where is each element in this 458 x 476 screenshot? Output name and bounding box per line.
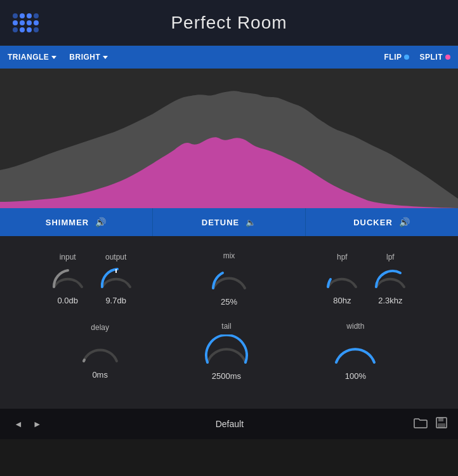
hpf-knob[interactable]: [323, 265, 361, 289]
delay-label: delay: [91, 323, 109, 332]
hpf-label: hpf: [337, 253, 348, 261]
input-value: 0.0db: [57, 296, 78, 305]
output-label: output: [105, 253, 126, 261]
spectrum-display: [0, 69, 458, 208]
section-tabs: SHIMMER 🔊 DETUNE 🔈 DUCKER 🔊: [0, 208, 458, 236]
width-knob-group: width 100%: [330, 322, 381, 381]
input-label: input: [60, 253, 76, 261]
flip-button[interactable]: FLIP: [384, 53, 409, 62]
lpf-knob[interactable]: [371, 265, 409, 289]
footer: ◄ ► Default: [0, 409, 458, 439]
lpf-value: 2.3khz: [378, 296, 402, 305]
input-output-group: input 0.0db output 9.7db: [49, 253, 135, 305]
tail-value: 2500ms: [212, 371, 241, 381]
output-knob-group: output 9.7db: [97, 253, 135, 305]
controls-row-1: input 0.0db output 9.7db mix: [13, 251, 445, 307]
header: Perfect Room: [0, 0, 458, 46]
ducker-label: DUCKER: [353, 218, 393, 227]
tail-label: tail: [221, 322, 231, 331]
detune-tab[interactable]: DETUNE 🔈: [153, 208, 306, 236]
lpf-knob-group: lpf 2.3khz: [371, 253, 409, 305]
footer-nav: ◄ ►: [10, 416, 46, 432]
tail-knob[interactable]: [201, 334, 252, 365]
detune-label: DETUNE: [202, 218, 239, 227]
mix-knob[interactable]: [207, 264, 251, 291]
filter-group: hpf 80hz lpf 2.3khz: [323, 253, 409, 305]
triangle-dropdown-icon: [51, 56, 56, 59]
prev-preset-button[interactable]: ◄: [10, 416, 27, 432]
delay-knob[interactable]: [77, 336, 123, 364]
shimmer-tab[interactable]: SHIMMER 🔊: [0, 208, 153, 236]
next-preset-button[interactable]: ►: [29, 416, 46, 432]
delay-value: 0ms: [92, 370, 108, 380]
bright-preset-button[interactable]: BRIGHT: [69, 53, 108, 62]
flip-indicator: [404, 55, 409, 60]
width-label: width: [346, 322, 364, 331]
split-indicator: [445, 55, 450, 60]
logo: [13, 13, 39, 32]
ducker-tab[interactable]: DUCKER 🔊: [306, 208, 458, 236]
split-button[interactable]: SPLIT: [419, 53, 450, 62]
app-title: Perfect Room: [171, 13, 287, 33]
preset-name: Default: [46, 419, 414, 429]
toolbar: TRIANGLE BRIGHT FLIP SPLIT: [0, 46, 458, 69]
shimmer-speaker-icon: 🔊: [95, 217, 107, 227]
delay-knob-group: delay 0ms: [77, 323, 123, 380]
hpf-value: 80hz: [333, 296, 351, 305]
lpf-label: lpf: [386, 253, 395, 261]
width-value: 100%: [345, 371, 366, 381]
svg-rect-2: [438, 418, 443, 421]
controls-area: input 0.0db output 9.7db mix: [0, 236, 458, 409]
input-knob[interactable]: [49, 265, 87, 289]
ducker-speaker-icon: 🔊: [399, 217, 410, 227]
visualization-area: [0, 69, 458, 208]
svg-rect-3: [438, 423, 445, 428]
controls-row-2: delay 0ms tail 2500ms width 100%: [13, 322, 445, 381]
toolbar-right: FLIP SPLIT: [384, 53, 450, 62]
output-knob[interactable]: [97, 265, 135, 289]
bright-dropdown-icon: [103, 56, 108, 59]
input-knob-group: input 0.0db: [49, 253, 87, 305]
save-button[interactable]: [435, 416, 448, 432]
folder-icon: [414, 417, 428, 428]
save-icon: [435, 416, 448, 429]
open-folder-button[interactable]: [414, 416, 428, 432]
detune-speaker-icon: 🔈: [245, 218, 256, 227]
output-value: 9.7db: [105, 296, 126, 305]
mix-label: mix: [223, 251, 235, 260]
width-knob[interactable]: [330, 334, 381, 365]
tail-knob-group: tail 2500ms: [201, 322, 252, 381]
hpf-knob-group: hpf 80hz: [323, 253, 361, 305]
toolbar-left: TRIANGLE BRIGHT: [8, 53, 108, 62]
footer-icons: [414, 416, 448, 432]
triangle-preset-button[interactable]: TRIANGLE: [8, 53, 56, 62]
mix-knob-group: mix 25%: [207, 251, 251, 307]
shimmer-label: SHIMMER: [46, 218, 89, 227]
mix-value: 25%: [221, 297, 237, 307]
